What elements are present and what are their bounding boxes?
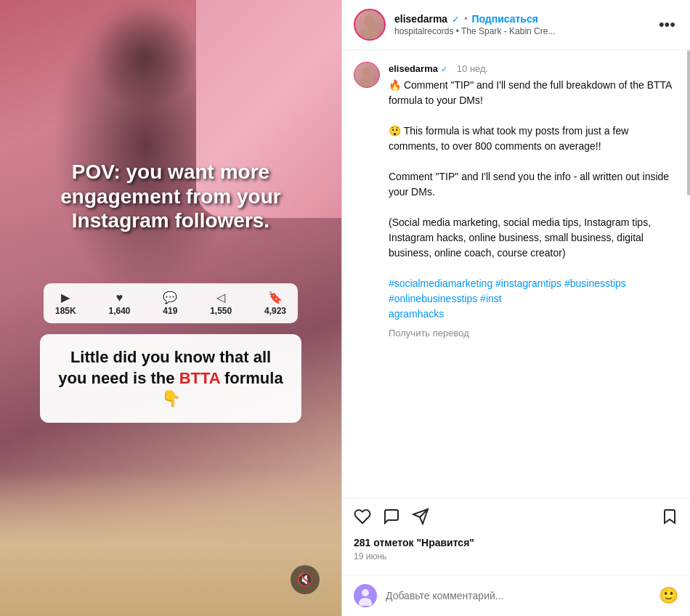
action-icons-row: [354, 508, 678, 530]
plays-value: 185K: [55, 306, 76, 316]
comment-time: 10 нед.: [457, 63, 488, 74]
hashtag-1[interactable]: #socialmediamarketing: [389, 277, 492, 289]
like-button[interactable]: [354, 508, 371, 530]
video-panel: POV: you want more engagement from your …: [0, 0, 341, 616]
mute-button[interactable]: 🔇: [291, 565, 320, 594]
follow-button[interactable]: Подписаться: [471, 13, 538, 25]
comment-content: elisedarma ✓ 10 нед. 🔥 Comment "TIP" and…: [389, 62, 678, 341]
likes-count: 281 отметок "Нравится": [354, 537, 678, 548]
stat-shares: ◁ 1,550: [210, 291, 232, 316]
svg-point-0: [364, 15, 376, 27]
comment-verified-icon: ✓: [441, 65, 447, 73]
verified-icon: ✓: [452, 14, 460, 25]
action-bar: 281 отметок "Нравится" 19 июнь: [342, 498, 690, 575]
share-icon: ◁: [216, 291, 225, 304]
add-comment-row: 🙂: [342, 575, 690, 616]
comment-button[interactable]: [383, 508, 400, 530]
svg-point-7: [359, 598, 372, 606]
hashtag-2[interactable]: #instagramtips: [495, 277, 561, 289]
header-info: elisedarma ✓ • Подписаться hospitalrecor…: [394, 13, 647, 36]
svg-point-1: [360, 28, 379, 39]
stats-bar: ▶ 185K ♥ 1,640 💬 419 ◁ 1,550 🔖 4,923: [44, 283, 298, 323]
stat-comments: 💬 419: [163, 291, 177, 316]
post-date: 19 июнь: [354, 551, 678, 562]
username-row: elisedarma ✓ • Подписаться: [394, 13, 647, 25]
scrollbar-track[interactable]: [686, 50, 690, 498]
share-button[interactable]: [412, 508, 429, 530]
stat-likes: ♥ 1,640: [108, 291, 130, 316]
post-header: elisedarma ✓ • Подписаться hospitalrecor…: [342, 0, 690, 50]
right-panel: elisedarma ✓ • Подписаться hospitalrecor…: [341, 0, 690, 616]
comment-icon: 💬: [163, 291, 177, 304]
svg-point-2: [362, 68, 371, 76]
shares-value: 1,550: [210, 306, 232, 316]
music-info: hospitalrecords • The Spark - Kabin Cre.…: [394, 26, 647, 36]
comment-avatar: [354, 62, 380, 88]
add-comment-avatar: [354, 584, 377, 607]
comment-username[interactable]: elisedarma: [389, 63, 438, 74]
comment-area[interactable]: elisedarma ✓ 10 нед. 🔥 Comment "TIP" and…: [342, 50, 690, 498]
emoji-button[interactable]: 🙂: [659, 586, 678, 605]
play-icon: ▶: [61, 291, 70, 304]
likes-value: 1,640: [108, 306, 130, 316]
hashtag-4[interactable]: #onlinebusinesstips: [389, 293, 477, 304]
add-comment-input[interactable]: [386, 590, 650, 601]
stat-saves: 🔖 4,923: [264, 291, 286, 316]
comment-text: 🔥 Comment "TIP" and I'll send the full b…: [389, 78, 678, 322]
translate-link[interactable]: Получить перевод: [389, 326, 678, 341]
comment-header-row: elisedarma ✓ 10 нед.: [389, 62, 678, 75]
comments-value: 419: [163, 306, 177, 316]
heart-icon: ♥: [116, 291, 123, 304]
hashtag-3[interactable]: #businesstips: [564, 277, 626, 289]
video-overlay-bottom: Little did you know that all you need is…: [40, 334, 301, 423]
separator: •: [464, 14, 467, 24]
scrollbar-thumb[interactable]: [687, 50, 690, 195]
mute-icon: 🔇: [297, 572, 313, 588]
header-username[interactable]: elisedarma: [394, 13, 447, 25]
stat-plays: ▶ 185K: [55, 291, 76, 316]
save-button[interactable]: [661, 508, 678, 530]
bookmark-icon: 🔖: [268, 291, 283, 304]
main-comment: elisedarma ✓ 10 нед. 🔥 Comment "TIP" and…: [354, 62, 678, 341]
btta-text: BTTA: [179, 369, 220, 387]
more-button[interactable]: •••: [656, 15, 678, 34]
svg-point-6: [362, 589, 369, 596]
header-avatar: [354, 9, 386, 41]
more-icon: •••: [659, 15, 675, 33]
svg-point-3: [360, 78, 374, 86]
saves-value: 4,923: [264, 306, 286, 316]
video-overlay-top: POV: you want more engagement from your …: [22, 160, 320, 233]
